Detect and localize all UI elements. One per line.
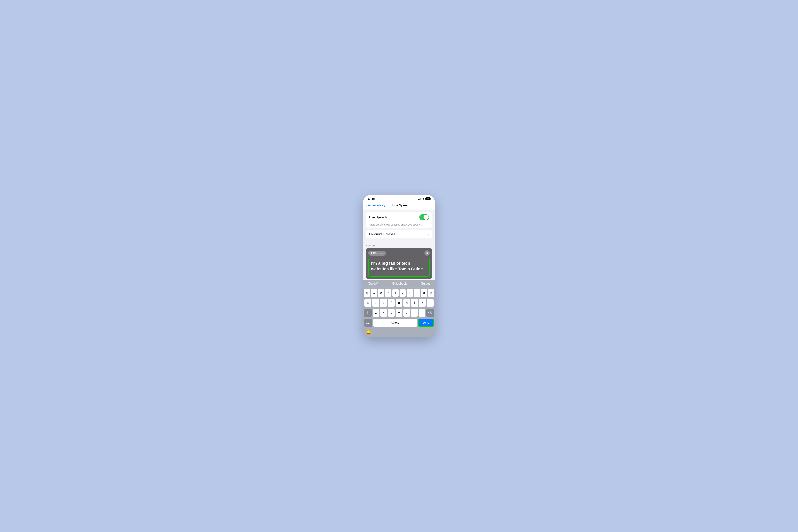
popup-text: I'm a big fan of tech websites like Tom'…: [371, 261, 427, 272]
key-v[interactable]: v: [396, 309, 402, 317]
key-p[interactable]: p: [428, 289, 434, 297]
key-f[interactable]: f: [388, 299, 395, 307]
key-g[interactable]: g: [396, 299, 402, 307]
status-icons: ⊜ 100: [418, 197, 431, 200]
keyboard-row-1: q w e r t y u i o p: [364, 289, 434, 297]
autocorrect-option-3[interactable]: Guides: [419, 281, 433, 286]
popup-title-area: ▮ Phrases: [368, 251, 386, 256]
status-time: 17:58: [367, 197, 375, 200]
battery-icon: 100: [425, 197, 431, 200]
phrases-popup: ▮ Phrases × I'm a big fan of tech websit…: [366, 248, 432, 279]
favourite-phrases-section: Favourite Phrases ›: [366, 230, 432, 239]
key-y[interactable]: y: [400, 289, 406, 297]
page-title: Live Speech: [385, 204, 417, 207]
key-c[interactable]: c: [388, 309, 395, 317]
bottom-row: 123 space send: [364, 319, 434, 327]
key-i[interactable]: i: [414, 289, 420, 297]
autocorrect-divider: [385, 281, 385, 286]
popup-header: ▮ Phrases ×: [368, 250, 430, 256]
popup-title-text: Phrases: [373, 251, 384, 255]
keyboard-row-2: a s d f g h j k l: [364, 299, 434, 307]
key-k[interactable]: k: [419, 299, 426, 307]
live-speech-section: Live Speech Triple-click the side button…: [366, 212, 432, 228]
numbers-key[interactable]: 123: [364, 319, 373, 327]
key-r[interactable]: r: [385, 289, 392, 297]
phone-frame: 17:58 ⊜ 100 ‹ Accessibility Live Speech …: [363, 195, 435, 337]
key-l[interactable]: l: [427, 299, 434, 307]
key-s[interactable]: s: [372, 299, 379, 307]
status-bar: 17:58 ⊜ 100: [363, 195, 435, 202]
favourite-phrases-row[interactable]: Favourite Phrases ›: [366, 230, 432, 239]
key-b[interactable]: b: [403, 309, 410, 317]
nav-header: ‹ Accessibility Live Speech: [363, 202, 435, 210]
keyboard: "Guide" Guidebook Guides q w e r t y u i…: [363, 280, 435, 337]
key-t[interactable]: t: [392, 289, 399, 297]
key-o[interactable]: o: [421, 289, 427, 297]
popup-text-area[interactable]: I'm a big fan of tech websites like Tom'…: [368, 258, 430, 277]
wifi-icon: ⊜: [422, 197, 424, 200]
back-label: Accessibility: [368, 204, 385, 207]
voices-section-header: VOICES: [363, 241, 435, 248]
signal-bars-icon: [418, 197, 421, 200]
key-e[interactable]: e: [378, 289, 384, 297]
back-button[interactable]: ‹ Accessibility: [366, 203, 385, 207]
delete-key[interactable]: ⌫: [426, 309, 434, 317]
key-n[interactable]: n: [411, 309, 418, 317]
close-icon: ×: [426, 251, 428, 254]
autocorrect-divider-2: [414, 281, 414, 286]
live-speech-row: Live Speech: [366, 212, 432, 223]
key-d[interactable]: d: [380, 299, 387, 307]
popup-close-button[interactable]: ×: [424, 250, 430, 256]
favourite-phrases-label: Favourite Phrases: [369, 232, 428, 236]
key-q[interactable]: q: [364, 289, 370, 297]
key-w[interactable]: w: [371, 289, 377, 297]
autocorrect-option-2[interactable]: Guidebook: [390, 281, 409, 286]
send-key[interactable]: send: [418, 319, 434, 327]
live-speech-label: Live Speech: [369, 215, 419, 219]
key-u[interactable]: u: [406, 289, 413, 297]
live-speech-hint: Triple-click the side button to show Liv…: [366, 223, 432, 228]
key-h[interactable]: h: [403, 299, 410, 307]
autocorrect-option-1[interactable]: "Guide": [365, 281, 380, 286]
bookmark-icon: ▮: [370, 251, 372, 254]
shift-key[interactable]: ⇧: [364, 309, 372, 317]
key-a[interactable]: a: [364, 299, 371, 307]
key-m[interactable]: m: [419, 309, 425, 317]
keyboard-row-3: ⇧ z x c v b n m ⌫: [364, 309, 434, 317]
emoji-bar: 😄: [363, 328, 435, 337]
settings-content: Live Speech Triple-click the side button…: [363, 210, 435, 280]
key-j[interactable]: j: [411, 299, 418, 307]
live-speech-toggle[interactable]: [419, 214, 429, 220]
toggle-knob: [423, 215, 429, 220]
chevron-right-icon: ›: [428, 232, 429, 236]
key-x[interactable]: x: [380, 309, 387, 317]
key-z[interactable]: z: [373, 309, 379, 317]
keyboard-rows: q w e r t y u i o p a s d f g h j k: [363, 288, 435, 328]
chevron-left-icon: ‹: [366, 203, 367, 207]
autocorrect-bar: "Guide" Guidebook Guides: [363, 280, 435, 288]
emoji-button[interactable]: 😄: [366, 330, 371, 335]
space-key[interactable]: space: [373, 319, 417, 327]
